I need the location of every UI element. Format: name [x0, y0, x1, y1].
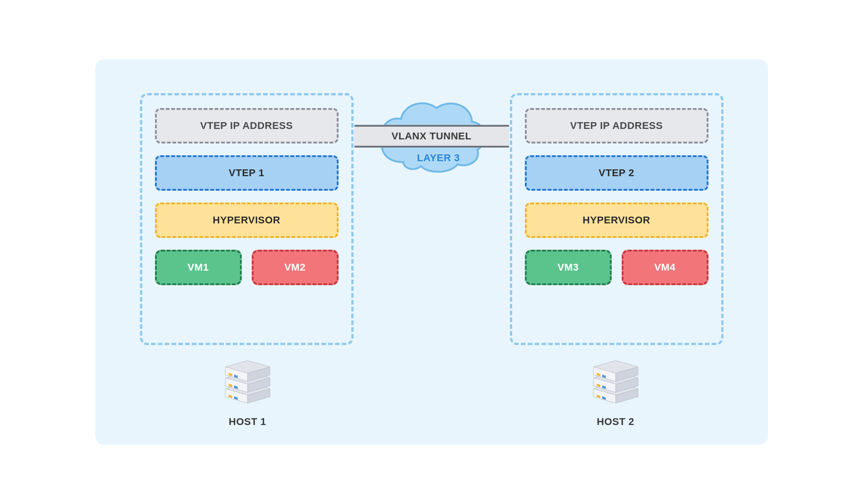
host2-vm4-box: VM4 — [622, 250, 708, 285]
server-stack-icon — [591, 358, 641, 408]
host2-vm3-box: VM3 — [525, 250, 612, 285]
host1-vm2-box: VM2 — [252, 250, 339, 285]
host2-vtep-ip-label: VTEP IP ADDRESS — [570, 120, 663, 132]
server-stack-icon — [223, 358, 273, 408]
host1-vm2-label: VM2 — [284, 262, 306, 273]
diagram-frame: VLANX TUNNEL LAYER 3 VTEP IP ADDRESS VTE… — [95, 59, 768, 445]
host2-server-group: HOST 2 — [591, 358, 641, 428]
host1-vtep-box: VTEP 1 — [155, 155, 339, 191]
host1-vm1-box: VM1 — [155, 250, 242, 285]
host2-vtep-ip-box: VTEP IP ADDRESS — [525, 108, 708, 143]
host2-hypervisor-label: HYPERVISOR — [583, 214, 650, 226]
host1-vtep-ip-label: VTEP IP ADDRESS — [200, 120, 293, 132]
host1-hypervisor-label: HYPERVISOR — [213, 214, 280, 226]
layer3-label: LAYER 3 — [417, 152, 460, 164]
host1-hypervisor-box: HYPERVISOR — [155, 203, 339, 238]
vlanx-tunnel-label: VLANX TUNNEL — [392, 130, 472, 142]
host2-container: VTEP IP ADDRESS VTEP 2 HYPERVISOR VM3 VM… — [510, 93, 723, 345]
host1-server-group: HOST 1 — [223, 358, 273, 428]
host1-vm-row: VM1 VM2 — [155, 250, 339, 285]
host1-vtep-label: VTEP 1 — [229, 167, 264, 179]
host1-label: HOST 1 — [229, 416, 266, 428]
host1-vm1-label: VM1 — [188, 262, 209, 273]
host2-vm-row: VM3 VM4 — [525, 250, 708, 285]
host2-label: HOST 2 — [597, 416, 634, 428]
host2-vtep-box: VTEP 2 — [525, 155, 708, 191]
vlanx-tunnel-bar: VLANX TUNNEL — [354, 125, 509, 148]
host2-vm3-label: VM3 — [558, 262, 579, 273]
host2-hypervisor-box: HYPERVISOR — [525, 203, 708, 238]
host2-vtep-label: VTEP 2 — [599, 167, 634, 179]
host2-vm4-label: VM4 — [654, 262, 676, 273]
host1-vtep-ip-box: VTEP IP ADDRESS — [155, 108, 339, 143]
host1-container: VTEP IP ADDRESS VTEP 1 HYPERVISOR VM1 VM… — [140, 93, 354, 345]
